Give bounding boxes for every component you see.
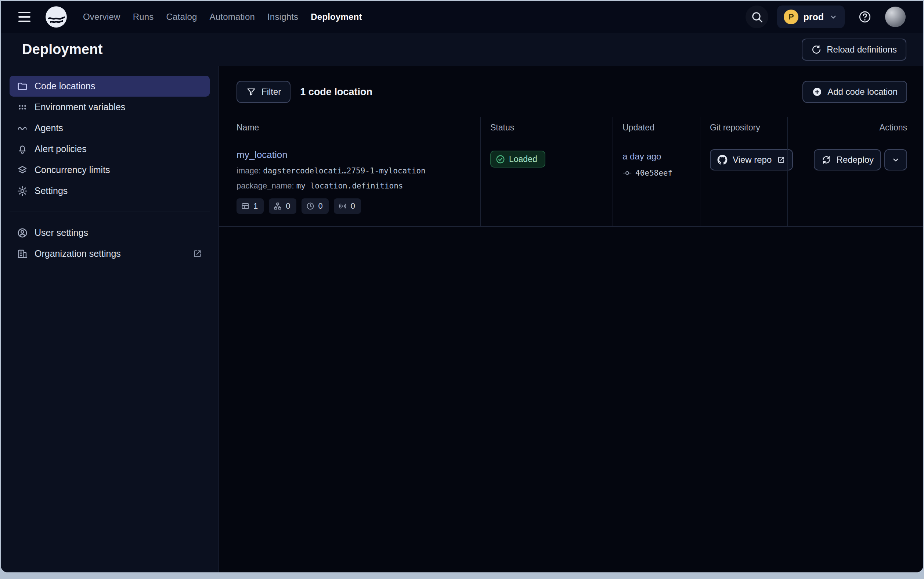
status-badge: Loaded <box>490 150 545 167</box>
sidebar-item-agents[interactable]: Agents <box>10 118 210 139</box>
sensor-count: 0 <box>351 201 355 211</box>
sidebar-divider <box>10 212 210 212</box>
sidebar-item-settings[interactable]: Settings <box>10 180 210 201</box>
definition-count-chips: 1 0 <box>237 198 480 214</box>
jobs-count-chip[interactable]: 1 <box>237 198 264 214</box>
user-avatar[interactable] <box>885 7 906 27</box>
sidebar-item-code-locations[interactable]: Code locations <box>10 76 210 96</box>
sidebar-item-label: Settings <box>34 185 68 196</box>
code-locations-table: Name Status Updated Git repository Actio… <box>219 117 923 227</box>
commit-icon <box>622 168 632 178</box>
sidebar-item-label: Concurrency limits <box>34 165 110 175</box>
nav-catalog[interactable]: Catalog <box>166 12 197 22</box>
column-header-actions: Actions <box>787 117 923 138</box>
layers-icon <box>17 165 28 176</box>
sidebar-item-alert-policies[interactable]: Alert policies <box>10 139 210 159</box>
sidebar: Code locations Environment variables Age… <box>1 66 219 572</box>
deployment-name: prod <box>803 12 824 23</box>
add-code-location-label: Add code location <box>828 87 898 97</box>
package-meta: package_name: my_location.definitions <box>237 181 480 191</box>
sidebar-item-label: Alert policies <box>34 144 87 154</box>
redeploy-button[interactable]: Redeploy <box>814 149 881 170</box>
add-code-location-button[interactable]: Add code location <box>802 81 907 103</box>
cell-actions: Redeploy <box>787 138 923 226</box>
sidebar-item-environment-variables[interactable]: Environment variables <box>10 96 210 118</box>
cell-status: Loaded <box>480 138 612 226</box>
cell-name: my_location image: dagstercodelocati…275… <box>219 138 480 226</box>
asset-graph-icon <box>273 202 282 211</box>
cell-git-repository: View repo <box>700 138 787 226</box>
sidebar-item-concurrency-limits[interactable]: Concurrency limits <box>10 159 210 180</box>
folder-icon <box>17 81 28 92</box>
reload-definitions-button[interactable]: Reload definitions <box>802 39 906 61</box>
column-header-git-repository: Git repository <box>700 117 787 138</box>
external-link-icon <box>193 249 202 258</box>
redeploy-icon <box>821 155 831 165</box>
sidebar-item-user-settings[interactable]: User settings <box>10 222 210 243</box>
sidebar-item-label: Organization settings <box>34 249 121 259</box>
nav-deployment[interactable]: Deployment <box>311 12 362 22</box>
jobs-icon <box>241 202 250 211</box>
chevron-down-icon <box>891 155 901 165</box>
column-header-updated: Updated <box>612 117 700 138</box>
agent-icon <box>17 123 28 134</box>
jobs-count: 1 <box>253 201 258 211</box>
nav-insights[interactable]: Insights <box>267 12 298 22</box>
app-window: Overview Runs Catalog Automation Insight… <box>0 0 924 573</box>
reload-definitions-label: Reload definitions <box>827 44 897 55</box>
image-meta: image: dagstercodelocati…2759-1-mylocati… <box>237 166 480 176</box>
search-button[interactable] <box>746 5 768 28</box>
table-row: my_location image: dagstercodelocati…275… <box>219 138 923 227</box>
help-button[interactable] <box>854 5 876 28</box>
package-value: my_location.definitions <box>296 182 403 190</box>
page-header: Deployment Reload definitions <box>1 33 923 66</box>
check-circle-icon <box>495 154 505 164</box>
reload-icon <box>811 44 821 55</box>
github-icon <box>717 155 728 165</box>
search-icon <box>750 10 764 23</box>
sidebar-item-organization-settings[interactable]: Organization settings <box>10 243 210 264</box>
updated-link[interactable]: a day ago <box>622 151 661 162</box>
sensor-icon <box>338 202 347 211</box>
sensor-count-chip[interactable]: 0 <box>334 198 361 214</box>
nav-runs[interactable]: Runs <box>133 12 154 22</box>
filter-button[interactable]: Filter <box>237 81 291 103</box>
external-link-icon <box>777 155 785 164</box>
code-location-link[interactable]: my_location <box>237 149 287 160</box>
table-header-row: Name Status Updated Git repository Actio… <box>219 117 923 138</box>
filter-icon <box>246 87 256 97</box>
redeploy-menu-button[interactable] <box>884 149 907 170</box>
commit-info[interactable]: 40e58eef <box>622 168 700 178</box>
schedule-icon <box>306 202 315 211</box>
view-repo-button[interactable]: View repo <box>710 149 793 170</box>
image-label: image: <box>237 166 261 175</box>
menu-button[interactable] <box>18 8 35 25</box>
nav-automation[interactable]: Automation <box>210 12 255 22</box>
plus-circle-icon <box>812 87 822 97</box>
dagster-logo-icon[interactable] <box>44 5 68 29</box>
sidebar-item-label: Environment variables <box>34 102 125 113</box>
column-header-status: Status <box>480 117 612 138</box>
deployment-avatar: P <box>784 10 798 24</box>
commit-hash: 40e58eef <box>635 168 673 177</box>
schedule-count: 0 <box>318 201 323 211</box>
schedule-count-chip[interactable]: 0 <box>302 198 329 214</box>
filter-label: Filter <box>261 87 281 97</box>
code-location-count: 1 code location <box>300 86 372 98</box>
primary-nav: Overview Runs Catalog Automation Insight… <box>83 12 362 22</box>
page-title: Deployment <box>22 41 103 57</box>
nav-overview[interactable]: Overview <box>83 12 121 22</box>
gear-icon <box>17 185 28 196</box>
user-icon <box>17 227 28 239</box>
asset-graph-count-chip[interactable]: 0 <box>269 198 296 214</box>
organization-icon <box>17 249 28 259</box>
redeploy-label: Redeploy <box>837 155 874 165</box>
sidebar-item-label: User settings <box>34 227 88 238</box>
status-label: Loaded <box>509 154 537 164</box>
main-content: Filter 1 code location Add code location… <box>219 66 923 572</box>
navbar-right: P prod <box>746 5 906 28</box>
variables-icon <box>17 102 28 113</box>
menu-icon <box>18 12 31 13</box>
sidebar-item-label: Agents <box>34 123 63 133</box>
deployment-switcher[interactable]: P prod <box>777 5 845 28</box>
